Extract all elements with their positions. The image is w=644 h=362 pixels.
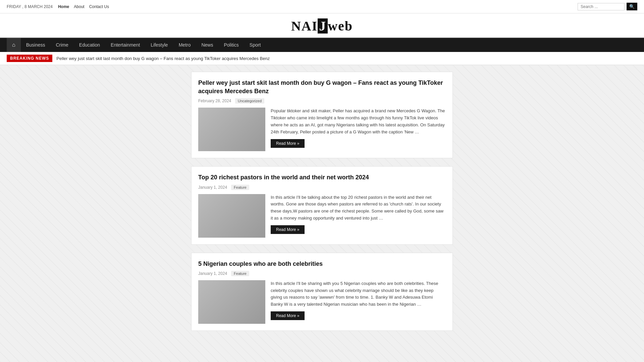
logo-part2: web xyxy=(328,18,353,34)
article-meta-1: January 1, 2024 Feature xyxy=(198,185,446,190)
article-title-0[interactable]: Peller wey just start skit last month do… xyxy=(198,79,446,96)
logo-part1: NAI xyxy=(291,18,318,34)
article-thumb-inner-1 xyxy=(198,194,265,238)
read-more-button-2[interactable]: Read More » xyxy=(271,311,305,320)
article-title-1[interactable]: Top 20 richest pastors in the world and … xyxy=(198,173,446,182)
article-thumbnail-0 xyxy=(198,108,265,151)
nav-item-business[interactable]: Business xyxy=(21,38,51,52)
top-nav-item-about[interactable]: About xyxy=(74,4,84,9)
article-card-1: Top 20 richest pastors in the world and … xyxy=(191,166,453,244)
article-tag-2[interactable]: Feature xyxy=(231,271,249,276)
article-date-0: February 28, 2024 xyxy=(198,99,231,103)
logo-highlight: J xyxy=(318,18,328,34)
top-bar: FRIDAY , 8 MARCH 2024 HomeAboutContact U… xyxy=(0,0,644,13)
site-logo[interactable]: NAIJweb xyxy=(0,18,644,34)
article-tag-1[interactable]: Feature xyxy=(231,185,249,190)
article-thumbnail-1 xyxy=(198,194,265,238)
nav-item-education[interactable]: Education xyxy=(74,38,105,52)
top-nav-item-home[interactable]: Home xyxy=(58,4,69,9)
article-body-1: In this article I'll be talking about th… xyxy=(198,194,446,238)
article-body-2: In this article I'll be sharing with you… xyxy=(198,280,446,324)
breaking-label: BREAKING NEWS xyxy=(7,55,52,62)
article-date-1: January 1, 2024 xyxy=(198,185,227,190)
article-text-1: In this article I'll be talking about th… xyxy=(271,194,446,234)
read-more-button-1[interactable]: Read More » xyxy=(271,225,305,234)
article-card-2: 5 Nigerian couples who are both celebrit… xyxy=(191,253,453,331)
date-display: FRIDAY , 8 MARCH 2024 xyxy=(7,4,53,9)
nav-item-news[interactable]: News xyxy=(196,38,218,52)
top-nav-item-contact-us[interactable]: Contact Us xyxy=(89,4,109,9)
article-meta-0: February 28, 2024 Uncategorized xyxy=(198,98,446,104)
article-body-0: Popular tiktoker and skit maker, Peller … xyxy=(198,108,446,151)
logo-area: NAIJweb xyxy=(0,13,644,38)
nav-item-entertainment[interactable]: Entertainment xyxy=(105,38,145,52)
search-input[interactable] xyxy=(578,3,625,10)
main-nav: ⌂ BusinessCrimeEducationEntertainmentLif… xyxy=(0,38,644,52)
article-date-2: January 1, 2024 xyxy=(198,271,227,276)
top-nav: HomeAboutContact Us xyxy=(58,4,109,9)
article-thumb-inner-2 xyxy=(198,280,265,324)
nav-item-sport[interactable]: Sport xyxy=(244,38,266,52)
nav-item-politics[interactable]: Politics xyxy=(218,38,244,52)
nav-item-metro[interactable]: Metro xyxy=(173,38,196,52)
article-card-0: Peller wey just start skit last month do… xyxy=(191,72,453,158)
article-thumbnail-2 xyxy=(198,280,265,324)
article-text-2: In this article I'll be sharing with you… xyxy=(271,280,446,320)
article-title-2[interactable]: 5 Nigerian couples who are both celebrit… xyxy=(198,260,446,268)
nav-item-crime[interactable]: Crime xyxy=(50,38,73,52)
article-tag-0[interactable]: Uncategorized xyxy=(235,98,264,104)
article-text-0: Popular tiktoker and skit maker, Peller … xyxy=(271,108,446,147)
breaking-news-bar: BREAKING NEWS Peller wey just start skit… xyxy=(0,52,644,65)
main-content: Peller wey just start skit last month do… xyxy=(191,72,453,331)
article-thumb-inner-0 xyxy=(198,108,265,151)
search-area: 🔍 xyxy=(578,3,637,10)
top-bar-left: FRIDAY , 8 MARCH 2024 HomeAboutContact U… xyxy=(7,4,109,9)
article-meta-2: January 1, 2024 Feature xyxy=(198,271,446,276)
search-button[interactable]: 🔍 xyxy=(627,3,637,10)
read-more-button-0[interactable]: Read More » xyxy=(271,139,305,148)
breaking-text: Peller wey just start skit last month do… xyxy=(56,56,270,61)
nav-home[interactable]: ⌂ xyxy=(7,38,21,52)
nav-item-lifestyle[interactable]: Lifestyle xyxy=(145,38,173,52)
